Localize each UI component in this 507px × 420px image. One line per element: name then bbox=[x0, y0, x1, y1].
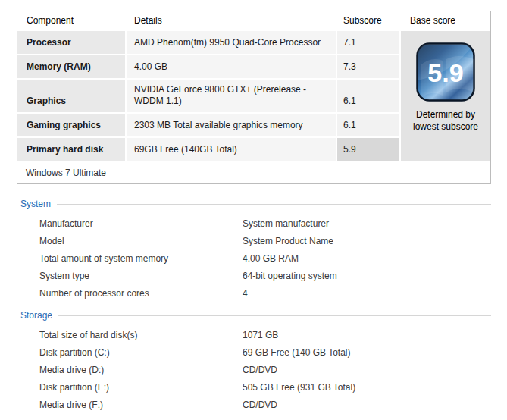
info-row-media-drive-f: Media drive (F:) CD/DVD bbox=[39, 396, 491, 413]
info-row-model: Model System Product Name bbox=[39, 232, 491, 249]
info-value: 64-bit operating system bbox=[243, 271, 337, 281]
info-label: Media drive (D:) bbox=[39, 365, 243, 375]
info-label: Total size of hard disk(s) bbox=[39, 330, 243, 340]
info-value: System manufacturer bbox=[243, 218, 329, 229]
section-title-storage: Storage bbox=[20, 310, 58, 321]
info-row-media-drive-d: Media drive (D:) CD/DVD bbox=[39, 361, 491, 378]
windows-edition-label: Windows 7 Ultimate bbox=[17, 162, 490, 183]
info-label: Disk partition (C:) bbox=[39, 347, 243, 358]
subscore-cell-gaming-graphics: 6.1 bbox=[337, 114, 399, 136]
section-divider bbox=[57, 204, 491, 205]
info-value: 1071 GB bbox=[243, 330, 278, 340]
info-label: Total amount of system memory bbox=[39, 253, 243, 264]
component-cell-processor: Processor bbox=[17, 31, 125, 54]
info-value: 4 bbox=[243, 288, 248, 299]
details-cell-primary-hard-disk: 69GB Free (140GB Total) bbox=[127, 138, 336, 161]
details-cell-memory: 4.00 GB bbox=[127, 55, 336, 78]
info-label: Model bbox=[39, 236, 243, 246]
info-label: Number of processor cores bbox=[39, 288, 243, 299]
info-row-system-memory: Total amount of system memory 4.00 GB RA… bbox=[39, 249, 491, 267]
info-value: CD/DVD bbox=[243, 400, 277, 410]
info-label: Manufacturer bbox=[39, 218, 243, 229]
base-score-caption: Determined by lowest subscore bbox=[406, 108, 485, 133]
wei-score-table: Component Details Subscore Base score Pr… bbox=[17, 11, 491, 184]
info-label: Disk partition (E:) bbox=[39, 382, 243, 393]
details-cell-processor: AMD Phenom(tm) 9950 Quad-Core Processor bbox=[127, 31, 336, 54]
info-label: Media drive (F:) bbox=[39, 400, 243, 410]
column-header-subscore: Subscore bbox=[337, 11, 399, 30]
info-row-processor-cores: Number of processor cores 4 bbox=[39, 284, 491, 302]
subscore-cell-primary-hard-disk: 5.9 bbox=[337, 138, 399, 161]
info-row-disk-partition-e: Disk partition (E:) 505 GB Free (931 GB … bbox=[39, 378, 491, 396]
info-value: System Product Name bbox=[243, 236, 333, 246]
column-header-details: Details bbox=[127, 11, 336, 30]
info-value: 69 GB Free (140 GB Total) bbox=[243, 347, 351, 358]
details-cell-graphics: NVIDIA GeForce 9800 GTX+ (Prerelease - W… bbox=[127, 80, 336, 112]
section-title-system: System bbox=[20, 199, 57, 209]
base-score-value: 5.9 bbox=[427, 58, 463, 87]
component-cell-graphics: Graphics bbox=[17, 80, 125, 112]
column-header-component: Component bbox=[17, 11, 125, 30]
component-cell-gaming-graphics: Gaming graphics bbox=[17, 114, 125, 136]
component-cell-memory: Memory (RAM) bbox=[17, 55, 125, 78]
info-row-system-type: System type 64-bit operating system bbox=[39, 267, 491, 284]
subscore-cell-memory: 7.3 bbox=[337, 55, 399, 78]
section-storage: Storage Total size of hard disk(s) 1071 … bbox=[17, 309, 491, 413]
component-cell-primary-hard-disk: Primary hard disk bbox=[17, 138, 125, 161]
base-score-badge: 5.9 bbox=[416, 42, 475, 102]
info-value: 4.00 GB RAM bbox=[243, 253, 299, 264]
info-value: 505 GB Free (931 GB Total) bbox=[243, 382, 355, 393]
section-divider bbox=[58, 315, 491, 316]
subscore-cell-graphics: 6.1 bbox=[337, 80, 399, 112]
info-label: System type bbox=[39, 271, 243, 281]
info-row-disk-partition-c: Disk partition (C:) 69 GB Free (140 GB T… bbox=[39, 343, 491, 361]
subscore-cell-processor: 7.1 bbox=[337, 31, 399, 54]
column-header-base-score: Base score bbox=[401, 11, 490, 30]
info-row-manufacturer: Manufacturer System manufacturer bbox=[39, 215, 491, 232]
section-system: System Manufacturer System manufacturer … bbox=[17, 198, 491, 302]
details-cell-gaming-graphics: 2303 MB Total available graphics memory bbox=[127, 114, 336, 136]
info-row-total-disk-size: Total size of hard disk(s) 1071 GB bbox=[39, 326, 491, 343]
base-score-panel: 5.9 Determined by lowest subscore bbox=[401, 31, 490, 161]
info-value: CD/DVD bbox=[243, 365, 277, 375]
